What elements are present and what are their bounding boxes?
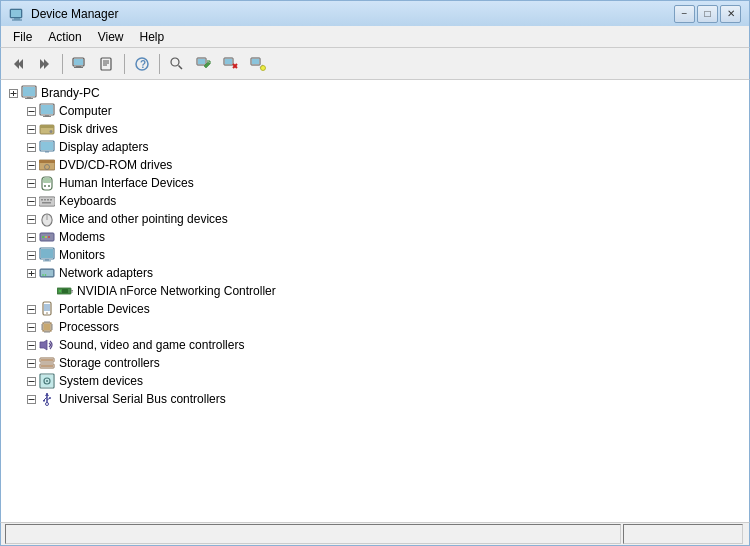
window-controls: − □ ✕ [674,5,741,23]
svg-line-19 [179,65,183,69]
tree-item[interactable]: Sound, video and game controllers [1,336,749,354]
tree-item[interactable]: Human Interface Devices [1,174,749,192]
title-bar: Device Manager − □ ✕ [0,0,750,26]
tree-item[interactable]: Display adapters [1,138,749,156]
tree-item[interactable]: Storage controllers [1,354,749,372]
update-driver-button[interactable] [191,52,217,76]
svg-rect-104 [44,304,50,311]
expand-icon [23,301,39,317]
svg-point-144 [49,397,51,399]
device-label: Modems [59,230,105,244]
svg-rect-87 [45,259,49,261]
svg-rect-68 [44,199,46,201]
svg-rect-34 [27,97,31,98]
tree-item[interactable]: Keyboards [1,192,749,210]
help-button[interactable]: ? [129,52,155,76]
expand-icon [23,373,39,389]
svg-point-62 [48,185,50,187]
svg-rect-60 [43,178,51,183]
device-icon [57,283,73,299]
back-button[interactable] [5,52,31,76]
svg-rect-50 [41,142,53,150]
expand-icon [23,175,39,191]
svg-rect-71 [42,202,51,204]
tree-item[interactable]: Mice and other pointing devices [1,210,749,228]
svg-rect-69 [47,199,49,201]
properties-button[interactable] [94,52,120,76]
tree-item[interactable]: Computer [1,102,749,120]
tree-item[interactable]: Disk drives [1,120,749,138]
device-label: Processors [59,320,119,334]
svg-point-145 [46,403,49,406]
svg-rect-86 [41,249,53,258]
device-label: Computer [59,104,112,118]
expand-icon [23,121,39,137]
svg-rect-143 [43,400,45,402]
tree-item[interactable]: Modems [1,228,749,246]
computer-view-button[interactable] [67,52,93,76]
toolbar-sep-2 [124,54,125,74]
tree-item[interactable]: Network adapters [1,264,749,282]
expand-icon [23,247,39,263]
tree-item[interactable]: System devices [1,372,749,390]
disable-button[interactable] [245,52,271,76]
svg-rect-98 [71,292,73,293]
svg-rect-35 [25,98,33,99]
tree-item[interactable]: Portable Devices [1,300,749,318]
scan-button[interactable] [164,52,190,76]
device-tree[interactable]: Brandy-PCComputerDisk drivesDisplay adap… [1,80,749,522]
menu-help[interactable]: Help [132,28,173,46]
menu-view[interactable]: View [90,28,132,46]
svg-point-82 [48,236,50,238]
svg-rect-10 [76,66,81,67]
menu-action[interactable]: Action [40,28,89,46]
toolbar: ? [0,48,750,80]
window-title: Device Manager [31,7,118,21]
uninstall-button[interactable] [218,52,244,76]
svg-rect-67 [41,199,43,201]
tree-item[interactable]: NVIDIA nForce Networking Controller [1,282,749,300]
tree-item[interactable]: Processors [1,318,749,336]
svg-point-80 [42,236,44,238]
tree-item[interactable]: Monitors [1,246,749,264]
expand-icon [23,103,39,119]
svg-rect-55 [39,160,55,163]
menu-file[interactable]: File [5,28,40,46]
device-label: Network adapters [59,266,153,280]
svg-rect-130 [41,365,53,367]
svg-rect-9 [74,59,83,65]
expand-icon [5,85,21,101]
tree-item[interactable]: DVD/CD-ROM drives [1,156,749,174]
device-icon [39,193,55,209]
tree-item[interactable]: Brandy-PC [1,84,749,102]
device-icon [39,121,55,137]
device-icon [39,373,55,389]
expand-icon [23,355,39,371]
svg-marker-124 [40,340,47,350]
expand-icon [23,139,39,155]
svg-rect-27 [252,59,259,64]
maximize-button[interactable]: □ [697,5,718,23]
tree-item[interactable]: Universal Serial Bus controllers [1,390,749,408]
forward-button[interactable] [32,52,58,76]
svg-rect-51 [45,151,49,153]
device-label: Keyboards [59,194,116,208]
device-label: Display adapters [59,140,148,154]
device-icon [39,319,55,335]
svg-point-81 [45,236,47,238]
svg-rect-41 [43,116,51,117]
device-icon [39,337,55,353]
svg-point-28 [261,65,266,70]
close-button[interactable]: ✕ [720,5,741,23]
device-label: NVIDIA nForce Networking Controller [77,284,276,298]
svg-point-95 [45,274,47,276]
svg-point-18 [171,58,179,66]
svg-point-76 [42,214,52,226]
svg-point-136 [46,380,48,382]
toolbar-sep-1 [62,54,63,74]
minimize-button[interactable]: − [674,5,695,23]
device-label: System devices [59,374,143,388]
svg-rect-109 [44,324,50,330]
device-label: Monitors [59,248,105,262]
svg-rect-105 [46,313,48,314]
